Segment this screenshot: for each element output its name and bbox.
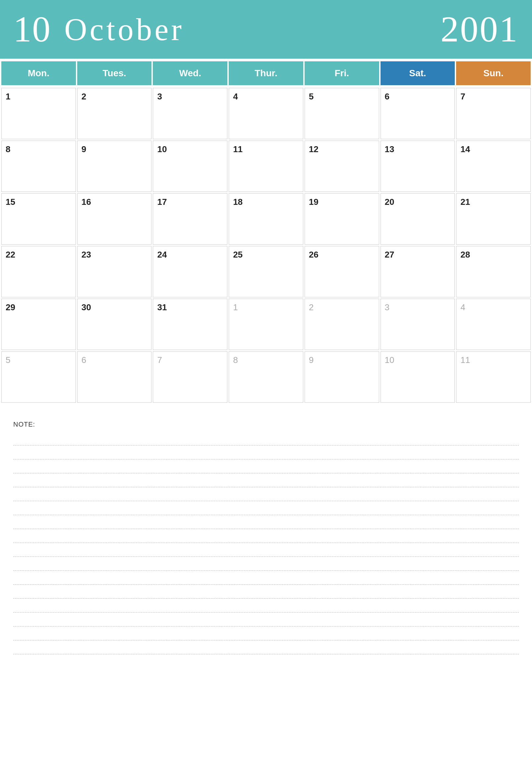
day-number: 2 <box>82 91 86 101</box>
day-number: 10 <box>157 144 167 154</box>
day-number: 2 <box>309 302 314 312</box>
day-number: 3 <box>385 302 389 312</box>
notes-lines <box>13 432 519 654</box>
calendar-cell: 12 <box>305 141 379 192</box>
day-number: 29 <box>6 302 15 312</box>
calendar-cell: 16 <box>77 193 152 245</box>
day-number: 5 <box>309 91 314 101</box>
day-number: 1 <box>233 302 238 312</box>
calendar-cell: 17 <box>153 193 227 245</box>
day-number: 31 <box>157 302 167 312</box>
day-header-sun: Sun. <box>456 61 531 85</box>
calendar-cell: 21 <box>456 193 531 245</box>
calendar-cell: 8 <box>229 351 303 403</box>
day-headers: Mon.Tues.Wed.Thur.Fri.Sat.Sun. <box>0 60 532 87</box>
day-number: 22 <box>6 250 15 260</box>
calendar-cell: 31 <box>153 299 227 350</box>
day-number: 14 <box>460 144 470 154</box>
calendar-cell: 5 <box>305 88 379 139</box>
calendar-cell: 1 <box>229 299 303 350</box>
day-number: 6 <box>82 355 86 365</box>
calendar-cell: 7 <box>456 88 531 139</box>
calendar-cell: 1 <box>1 88 76 139</box>
calendar-cell: 23 <box>77 246 152 297</box>
calendar-cell: 24 <box>153 246 227 297</box>
calendar-cell: 29 <box>1 299 76 350</box>
day-number: 18 <box>233 197 243 207</box>
day-number: 17 <box>157 197 167 207</box>
day-number: 8 <box>233 355 238 365</box>
note-line <box>13 557 519 571</box>
note-line <box>13 445 519 459</box>
day-number: 12 <box>309 144 319 154</box>
calendar-cell: 4 <box>456 299 531 350</box>
note-line <box>13 515 519 529</box>
note-line <box>13 487 519 501</box>
calendar-cell: 27 <box>381 246 455 297</box>
day-header-sat: Sat. <box>381 61 455 85</box>
year: 2001 <box>441 8 519 50</box>
calendar-cell: 14 <box>456 141 531 192</box>
day-number: 19 <box>309 197 319 207</box>
calendar-cell: 4 <box>229 88 303 139</box>
day-number: 5 <box>6 355 10 365</box>
day-header-fri: Fri. <box>305 61 379 85</box>
notes-label: NOTE: <box>13 421 519 428</box>
note-line <box>13 613 519 626</box>
day-number: 1 <box>6 91 10 101</box>
calendar-cell: 2 <box>305 299 379 350</box>
note-line <box>13 473 519 487</box>
note-line <box>13 529 519 543</box>
calendar-cell: 9 <box>77 141 152 192</box>
notes-section: NOTE: <box>0 411 532 661</box>
calendar-cell: 15 <box>1 193 76 245</box>
day-number: 20 <box>385 197 394 207</box>
calendar-cell: 20 <box>381 193 455 245</box>
day-number: 16 <box>82 197 91 207</box>
calendar-cell: 2 <box>77 88 152 139</box>
note-line <box>13 599 519 613</box>
calendar-cell: 7 <box>153 351 227 403</box>
day-number: 27 <box>385 250 394 260</box>
note-line <box>13 501 519 515</box>
month-number: 10 <box>13 8 51 50</box>
day-number: 7 <box>157 355 162 365</box>
day-number: 28 <box>460 250 470 260</box>
calendar-cell: 10 <box>153 141 227 192</box>
day-number: 11 <box>233 144 243 154</box>
day-number: 6 <box>385 91 389 101</box>
day-number: 9 <box>309 355 314 365</box>
calendar-cell: 10 <box>381 351 455 403</box>
calendar-cell: 19 <box>305 193 379 245</box>
calendar-cell: 26 <box>305 246 379 297</box>
calendar-cell: 6 <box>381 88 455 139</box>
day-number: 8 <box>6 144 10 154</box>
calendar-grid: 1234567891011121314151617181920212223242… <box>0 87 532 404</box>
note-line <box>13 626 519 640</box>
calendar-cell: 13 <box>381 141 455 192</box>
day-header-thur: Thur. <box>229 61 303 85</box>
calendar-cell: 11 <box>229 141 303 192</box>
day-number: 15 <box>6 197 15 207</box>
note-line <box>13 585 519 599</box>
day-number: 7 <box>460 91 465 101</box>
note-line <box>13 432 519 445</box>
day-number: 13 <box>385 144 394 154</box>
calendar-cell: 11 <box>456 351 531 403</box>
calendar-cell: 25 <box>229 246 303 297</box>
calendar-cell: 18 <box>229 193 303 245</box>
day-header-mon: Mon. <box>1 61 76 85</box>
day-number: 23 <box>82 250 91 260</box>
day-header-wed: Wed. <box>153 61 227 85</box>
month-name: October <box>64 11 441 48</box>
day-number: 21 <box>460 197 470 207</box>
day-number: 4 <box>233 91 238 101</box>
note-line <box>13 459 519 473</box>
calendar-cell: 28 <box>456 246 531 297</box>
calendar-cell: 6 <box>77 351 152 403</box>
calendar-cell: 3 <box>381 299 455 350</box>
calendar-cell: 9 <box>305 351 379 403</box>
day-number: 3 <box>157 91 162 101</box>
day-number: 30 <box>82 302 91 312</box>
day-number: 26 <box>309 250 319 260</box>
